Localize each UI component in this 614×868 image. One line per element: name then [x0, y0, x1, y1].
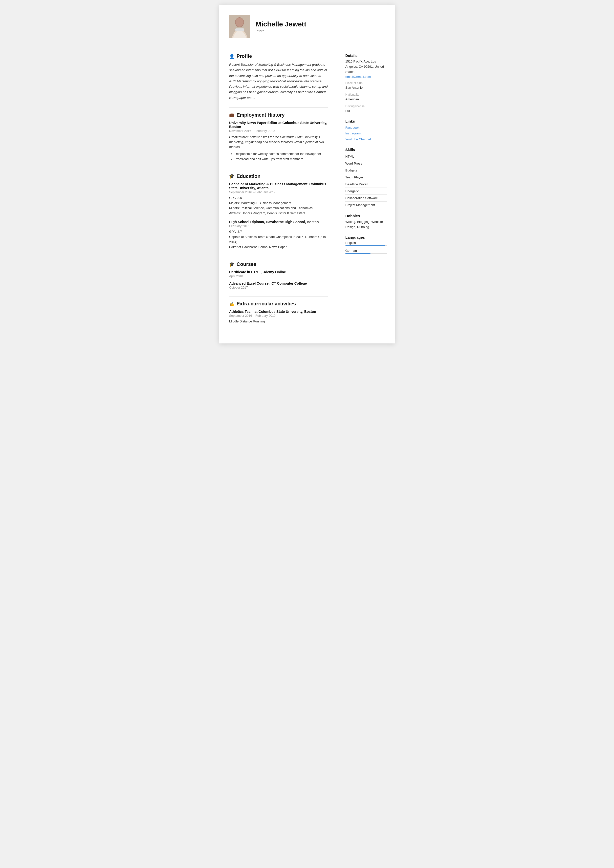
divider-3 [229, 257, 328, 257]
details-section: Details 1515 Pacific Ave, Los Angeles, C… [345, 53, 387, 114]
details-email[interactable]: email@email.com [345, 75, 371, 79]
hobbies-title: Hobbies [345, 214, 387, 218]
course-title-1: Certificate in HTML, Udemy Online [229, 270, 328, 274]
candidate-subtitle: Intern [256, 29, 306, 33]
svg-rect-3 [235, 28, 244, 31]
avatar [229, 15, 250, 38]
employment-section-title: 💼 Employment History [229, 112, 328, 118]
edu-detail-2-1: Captain of Athletics Team (State Champio… [229, 234, 328, 245]
skill-0: HTML [345, 153, 387, 160]
language-english-name: English [345, 241, 387, 245]
job-item: University News Paper Editor at Columbus… [229, 121, 328, 162]
divider-2 [229, 169, 328, 169]
language-english-bar-fill [345, 245, 385, 246]
resume-page: Michelle Jewett Intern 👤 Profile Recent … [219, 5, 395, 343]
skill-1: Word Press [345, 160, 387, 167]
extracurricular-icon: ✍ [229, 301, 235, 307]
education-section: 🎓 Education Bachelor of Marketing & Busi… [229, 174, 328, 250]
profile-section: 👤 Profile Recent Bachelor of Marketing &… [229, 53, 328, 101]
header-info: Michelle Jewett Intern [256, 20, 306, 33]
edu-dates-1: September 2016 – February 2019 [229, 191, 328, 194]
edu-detail-1-2: Minors: Political Science, Communication… [229, 206, 328, 211]
edu-item-2: High School Diploma, Hawthorne High Scho… [229, 220, 328, 250]
profile-icon: 👤 [229, 54, 235, 59]
extra-title-1: Athletics Team at Columbus State Univers… [229, 310, 328, 313]
employment-section: 💼 Employment History University News Pap… [229, 112, 328, 162]
edu-detail-2-0: GPA: 3.7 [229, 229, 328, 234]
hobbies-text: Writing, Blogging, Website Design, Runni… [345, 219, 387, 230]
edu-detail-2-2: Editor of Hawthorne School News Paper [229, 245, 328, 250]
details-pob: San Antonio [345, 85, 387, 90]
language-english-bar-bg [345, 245, 387, 246]
details-title: Details [345, 53, 387, 57]
link-instagram[interactable]: Instragram [345, 130, 387, 136]
hobbies-section: Hobbies Writing, Blogging, Website Desig… [345, 214, 387, 230]
courses-section-title: 🎓 Courses [229, 261, 328, 267]
right-column: Details 1515 Pacific Ave, Los Angeles, C… [338, 53, 395, 331]
edu-detail-1-0: GPA: 3.6 [229, 195, 328, 201]
language-german-bar-fill [345, 253, 370, 254]
candidate-name: Michelle Jewett [256, 20, 306, 28]
details-nationality-label: Nationality [345, 93, 387, 96]
edu-title-2: High School Diploma, Hawthorne High Scho… [229, 220, 328, 224]
languages-section: Languages English German [345, 235, 387, 254]
svg-point-2 [236, 18, 244, 27]
skill-7: Project Management [345, 202, 387, 208]
profile-section-title: 👤 Profile [229, 53, 328, 59]
language-german: German [345, 249, 387, 254]
skill-4: Deadline Driven [345, 181, 387, 188]
skills-section: Skills HTML Word Press Budgets Team Play… [345, 147, 387, 208]
job-title: University News Paper Editor at Columbus… [229, 121, 328, 129]
link-youtube[interactable]: YouTube Channel [345, 136, 387, 142]
links-title: Links [345, 119, 387, 123]
courses-icon: 🎓 [229, 262, 235, 267]
skill-3: Team Player [345, 174, 387, 181]
links-section: Links Facebook Instragram YouTube Channe… [345, 119, 387, 142]
course-dates-1: April 2018 [229, 274, 328, 278]
language-german-name: German [345, 249, 387, 253]
skill-5: Energetic [345, 188, 387, 195]
extra-dates-1: September 2016 – February 2019 [229, 314, 328, 318]
course-item-1: Certificate in HTML, Udemy Online April … [229, 270, 328, 278]
main-content: 👤 Profile Recent Bachelor of Marketing &… [219, 53, 395, 331]
job-bullet-1: Responsible for weekly editor's comments… [235, 152, 328, 157]
skill-2: Budgets [345, 167, 387, 174]
details-nationality: American [345, 97, 387, 102]
edu-detail-1-3: Awards: Honors Program, Dean's list for … [229, 211, 328, 216]
language-german-bar-bg [345, 253, 387, 254]
divider-1 [229, 107, 328, 108]
extra-item-1: Athletics Team at Columbus State Univers… [229, 310, 328, 324]
course-title-2: Advanced Excel Course, ICT Computer Coll… [229, 281, 328, 285]
course-item-2: Advanced Excel Course, ICT Computer Coll… [229, 281, 328, 289]
education-section-title: 🎓 Education [229, 174, 328, 179]
edu-item-1: Bachelor of Marketing & Business Managem… [229, 182, 328, 216]
job-desc: Created three new websites for the Colum… [229, 135, 328, 149]
edu-title-1: Bachelor of Marketing & Business Managem… [229, 182, 328, 190]
extracurricular-section: ✍ Extra-curricular activities Athletics … [229, 301, 328, 324]
employment-icon: 💼 [229, 112, 235, 118]
education-icon: 🎓 [229, 174, 235, 179]
link-facebook[interactable]: Facebook [345, 125, 387, 130]
edu-dates-2: February 2016 [229, 224, 328, 228]
course-dates-2: October 2017 [229, 286, 328, 289]
job-bullets: Responsible for weekly editor's comments… [229, 152, 328, 162]
courses-section: 🎓 Courses Certificate in HTML, Udemy Onl… [229, 261, 328, 289]
job-bullet-2: Proofread and edit write ups from staff … [235, 157, 328, 162]
extracurricular-section-title: ✍ Extra-curricular activities [229, 301, 328, 307]
header: Michelle Jewett Intern [219, 15, 395, 46]
left-column: 👤 Profile Recent Bachelor of Marketing &… [219, 53, 338, 331]
skills-title: Skills [345, 147, 387, 152]
skill-6: Collaboration Software [345, 195, 387, 202]
languages-title: Languages [345, 235, 387, 239]
details-address: 1515 Pacific Ave, Los Angeles, CA 90291,… [345, 59, 387, 74]
edu-detail-1-1: Majors: Marketing & Business Management [229, 201, 328, 206]
details-license-label: Driving license [345, 104, 387, 108]
job-dates: November 2016 – February 2019 [229, 129, 328, 133]
language-english: English [345, 241, 387, 246]
details-license: Full [345, 108, 387, 114]
details-pob-label: Place of birth [345, 81, 387, 85]
profile-text: Recent Bachelor of Marketing & Business … [229, 62, 328, 101]
extra-detail-1: Middle Distance Running [229, 319, 328, 324]
